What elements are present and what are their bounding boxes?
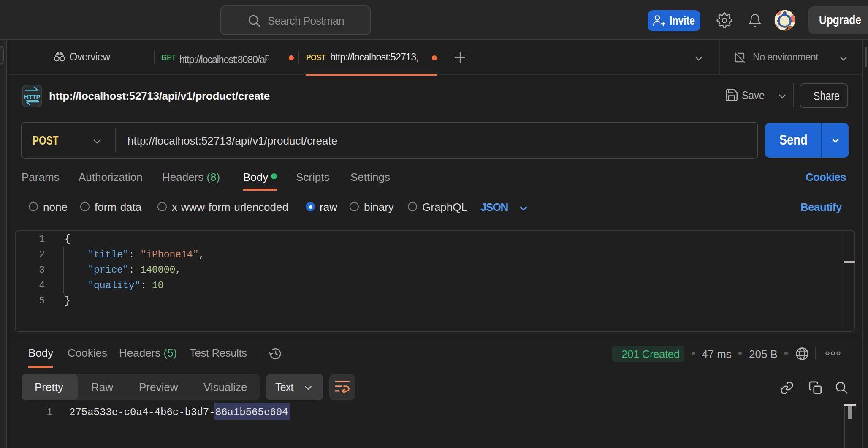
svg-text:HTTP: HTTP — [24, 93, 41, 100]
